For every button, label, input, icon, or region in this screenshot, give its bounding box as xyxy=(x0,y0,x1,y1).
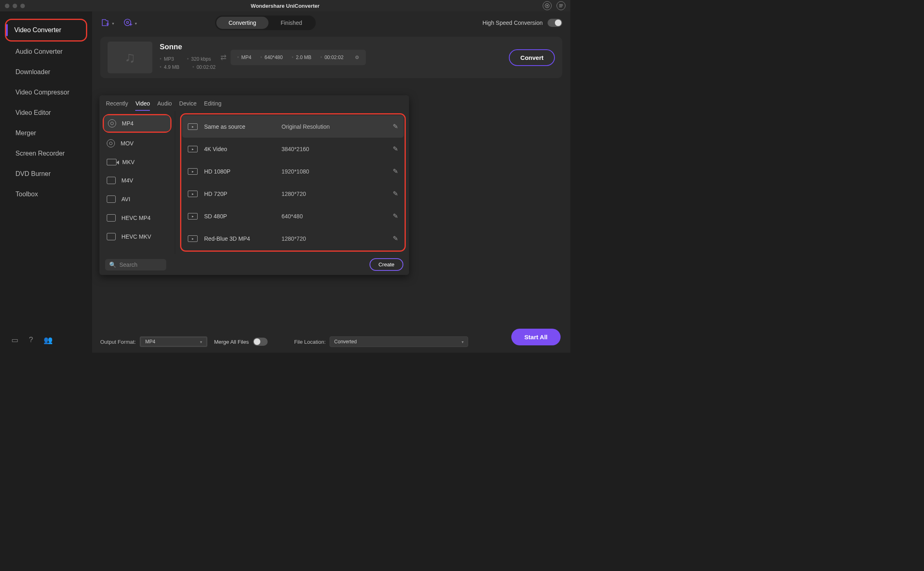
video-icon xyxy=(188,235,198,242)
fmt-label: MOV xyxy=(121,140,134,147)
merge-toggle[interactable] xyxy=(253,338,268,346)
sidebar-item-label: Video Converter xyxy=(14,26,61,33)
account-icon[interactable] xyxy=(543,1,552,10)
tab-label: Recently xyxy=(106,100,128,107)
feedback-icon[interactable] xyxy=(557,1,565,10)
sidebar-item-video-editor[interactable]: Video Editor xyxy=(0,103,92,123)
out-size: 2.0 MB xyxy=(292,55,311,60)
add-dvd-button[interactable]: ▾ xyxy=(123,16,137,30)
tab-label: Device xyxy=(179,100,197,107)
fmt-item-avi[interactable]: AVI xyxy=(102,190,172,209)
format-panel: Recently Video Audio Device Editing MP4 … xyxy=(99,95,409,275)
fmt-item-mkv[interactable]: MKV xyxy=(102,153,172,171)
fmt-item-hevc-mkv[interactable]: HEVC MKV xyxy=(102,227,172,246)
edit-icon[interactable]: ✎ xyxy=(393,167,398,175)
chevron-down-icon: ▾ xyxy=(112,21,114,26)
fp-tab-recently[interactable]: Recently xyxy=(106,100,128,111)
edit-icon[interactable]: ✎ xyxy=(393,190,398,198)
preset-resolution: 640*480 xyxy=(282,213,393,220)
tab-finished[interactable]: Finished xyxy=(268,17,315,29)
fmt-item-m4v[interactable]: M4V xyxy=(102,171,172,190)
gear-icon[interactable]: ⚙ xyxy=(355,55,359,60)
chevron-down-icon: ▾ xyxy=(200,340,202,344)
sidebar-item-screen-recorder[interactable]: Screen Recorder xyxy=(0,143,92,164)
close-light[interactable] xyxy=(5,4,9,8)
create-button[interactable]: Create xyxy=(370,258,403,271)
guide-icon[interactable]: ▭ xyxy=(11,336,18,345)
video-icon xyxy=(188,123,198,130)
file-thumbnail[interactable]: ♫ xyxy=(108,42,152,73)
preset-1080p[interactable]: HD 1080P 1920*1080 ✎ xyxy=(182,160,404,182)
fp-tab-device[interactable]: Device xyxy=(179,100,197,111)
preset-resolution: 1920*1080 xyxy=(282,168,393,175)
fmt-item-hevc-mp4[interactable]: HEVC MP4 xyxy=(102,209,172,227)
out-format: MP4 xyxy=(237,55,251,60)
preset-720p[interactable]: HD 720P 1280*720 ✎ xyxy=(182,182,404,205)
high-speed-label: High Speed Conversion xyxy=(482,20,543,26)
format-list: MP4 MOV MKV M4V AVI HEVC MP4 HEVC MKV xyxy=(99,111,175,254)
src-size: 4.9 MB xyxy=(160,64,179,70)
add-file-button[interactable]: ▾ xyxy=(100,16,114,30)
sidebar-item-downloader[interactable]: Downloader xyxy=(0,62,92,82)
preset-name: 4K Video xyxy=(204,146,282,152)
film-icon xyxy=(107,195,116,203)
src-bitrate: 320 kbps xyxy=(187,56,211,62)
output-summary[interactable]: MP4 640*480 2.0 MB 00:02:02 ⚙ xyxy=(231,50,366,65)
film-icon xyxy=(107,214,116,222)
bottom-bar: Output Format: MP4 ▾ Merge All Files Fil… xyxy=(92,333,570,353)
tab-label: Converting xyxy=(229,20,256,26)
preset-resolution: 3840*2160 xyxy=(282,146,393,152)
edit-icon[interactable]: ✎ xyxy=(393,212,398,220)
sidebar-item-dvd-burner[interactable]: DVD Burner xyxy=(0,164,92,184)
sidebar-item-label: Video Editor xyxy=(15,109,51,116)
src-format: MP3 xyxy=(160,56,174,62)
sidebar-item-video-compressor[interactable]: Video Compressor xyxy=(0,82,92,103)
help-icon[interactable]: ? xyxy=(29,336,33,345)
file-title: Sonne xyxy=(160,43,216,51)
zoom-light[interactable] xyxy=(20,4,25,8)
sidebar-item-label: Screen Recorder xyxy=(15,150,65,157)
preset-name: HD 720P xyxy=(204,191,282,197)
preset-resolution: 1280*720 xyxy=(282,191,393,197)
chevron-down-icon: ▾ xyxy=(135,21,137,26)
fmt-item-mp4[interactable]: MP4 xyxy=(104,115,170,132)
edit-icon[interactable]: ✎ xyxy=(393,123,398,130)
file-location-select[interactable]: Converted ▾ xyxy=(330,336,468,347)
preset-480p[interactable]: SD 480P 640*480 ✎ xyxy=(182,205,404,227)
sidebar-item-audio-converter[interactable]: Audio Converter xyxy=(0,42,92,62)
sidebar-item-label: Merger xyxy=(15,130,36,136)
convert-button[interactable]: Convert xyxy=(509,49,555,66)
minimize-light[interactable] xyxy=(13,4,17,8)
fmt-label: MP4 xyxy=(122,120,134,127)
output-format-select[interactable]: MP4 ▾ xyxy=(140,336,207,347)
src-duration: 00:02:02 xyxy=(192,64,216,70)
high-speed-toggle[interactable] xyxy=(548,19,562,27)
fp-tab-video[interactable]: Video xyxy=(135,100,150,111)
search-input[interactable]: 🔍 Search xyxy=(105,259,166,270)
tab-label: Editing xyxy=(204,100,222,107)
sidebar-item-label: Video Compressor xyxy=(15,89,69,96)
tab-converting[interactable]: Converting xyxy=(216,17,268,29)
sidebar-item-toolbox[interactable]: Toolbox xyxy=(0,184,92,204)
fmt-label: HEVC MP4 xyxy=(121,215,151,221)
button-label: Create xyxy=(378,261,394,268)
search-icon: 🔍 xyxy=(109,261,116,268)
preset-same-as-source[interactable]: Same as source Original Resolution ✎ xyxy=(182,115,404,138)
community-icon[interactable]: 👥 xyxy=(44,336,53,345)
fmt-item-mov[interactable]: MOV xyxy=(102,134,172,153)
preset-4k[interactable]: 4K Video 3840*2160 ✎ xyxy=(182,138,404,160)
titlebar: Wondershare UniConverter xyxy=(0,0,570,11)
fp-tab-editing[interactable]: Editing xyxy=(204,100,222,111)
edit-icon[interactable]: ✎ xyxy=(393,235,398,242)
fp-tab-audio[interactable]: Audio xyxy=(157,100,172,111)
sidebar-item-video-converter[interactable]: Video Converter xyxy=(6,20,86,40)
preset-3d-mp4[interactable]: Red-Blue 3D MP4 1280*720 ✎ xyxy=(182,227,404,250)
edit-icon[interactable]: ✎ xyxy=(393,145,398,153)
arrow-icon: ⇄ xyxy=(220,53,227,62)
video-icon xyxy=(188,213,198,220)
start-all-button[interactable]: Start All xyxy=(511,329,561,345)
svg-point-1 xyxy=(546,5,548,7)
sidebar-item-merger[interactable]: Merger xyxy=(0,123,92,143)
video-icon xyxy=(188,146,198,152)
select-value: MP4 xyxy=(145,339,155,345)
